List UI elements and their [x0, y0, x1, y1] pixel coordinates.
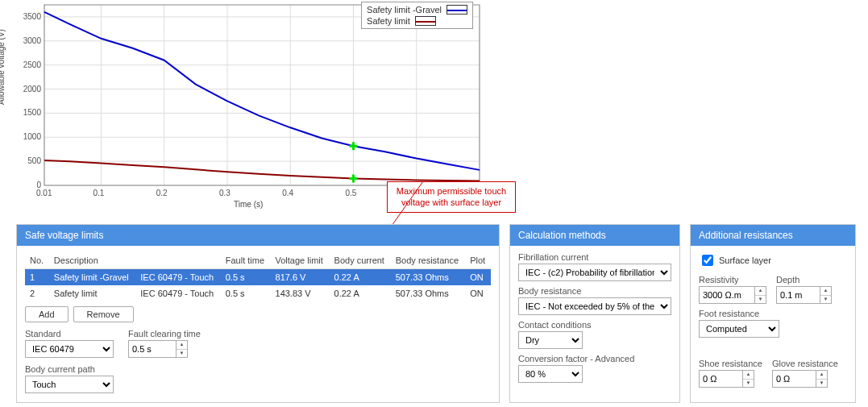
glove-resistance-label: Glove resistance	[772, 359, 838, 368]
annotation-with-surface-layer: Maximum permissible touch voltage with s…	[387, 181, 516, 213]
column-header: Fault time	[221, 252, 271, 269]
body-resistance-select[interactable]: IEC - Not exceeded by 5% of the	[518, 297, 671, 315]
y-tick: 2500	[2, 60, 41, 69]
x-axis-label: Time (s)	[234, 200, 263, 209]
y-tick: 2000	[2, 85, 41, 93]
shoe-resistance-label: Shoe resistance	[699, 359, 762, 368]
y-tick: 1000	[2, 132, 41, 141]
column-header: Body resistance	[391, 252, 465, 269]
column-header: Description	[49, 252, 135, 269]
shoe-resistance-input[interactable]: ▲▼	[699, 370, 762, 388]
y-tick: 3500	[2, 12, 41, 21]
panel-header-safe: Safe voltage limits	[17, 225, 499, 246]
panel-header-calc: Calculation methods	[510, 225, 679, 246]
column-header: Voltage limit	[271, 252, 330, 269]
resistivity-input[interactable]: ▲▼	[699, 286, 766, 304]
glove-resistance-input[interactable]: ▲▼	[772, 370, 838, 388]
conversion-factor-select[interactable]: 80 %	[518, 365, 583, 383]
y-tick: 0	[2, 181, 41, 189]
legend-swatch-red	[415, 16, 436, 26]
column-header: Body current	[330, 252, 391, 269]
foot-resistance-select[interactable]: Computed	[699, 320, 779, 338]
x-tick: 0.1	[93, 189, 104, 197]
chart-legend: Safety limit -Gravel Safety limit	[361, 2, 473, 29]
x-tick: 0.3	[219, 189, 230, 197]
safe-limits-table: No.DescriptionFault timeVoltage limitBod…	[25, 252, 491, 301]
surface-layer-checkbox[interactable]: Surface layer	[699, 252, 771, 268]
column-header	[135, 252, 220, 269]
body-current-path-label: Body current path	[25, 364, 114, 374]
contact-conditions-select[interactable]: Dry	[518, 331, 583, 349]
spinner-down-icon[interactable]: ▼	[177, 350, 187, 358]
fibrillation-current-label: Fibrillation current	[518, 252, 671, 262]
legend-label-1: Safety limit	[367, 16, 410, 26]
fault-clearing-time-input[interactable]: ▲▼	[128, 340, 201, 358]
panel-header-addr: Additional resistances	[691, 225, 855, 246]
y-tick: 500	[2, 156, 41, 165]
x-tick: 0.5	[345, 189, 356, 197]
body-current-path-select[interactable]: Touch	[25, 376, 114, 393]
body-resistance-label: Body resistance	[518, 286, 671, 296]
panel-safe: Safe voltage limitsNo.DescriptionFault t…	[16, 224, 500, 403]
resistivity-label: Resistivity	[699, 275, 766, 284]
column-header: Plot	[465, 252, 491, 269]
fibrillation-current-select[interactable]: IEC - (c2) Probability of fibrillation u…	[518, 264, 671, 281]
foot-resistance-label: Foot resistance	[699, 309, 847, 318]
legend-swatch-blue	[446, 5, 467, 15]
panel-calc: Calculation methodsFibrillation currentI…	[509, 224, 680, 403]
x-tick: 0.4	[282, 189, 293, 197]
fault-clearing-time-label: Fault clearing time	[128, 329, 201, 338]
table-row[interactable]: 2Safety limitIEC 60479 - Touch0.5 s143.8…	[25, 285, 491, 301]
contact-conditions-label: Contact conditions	[518, 320, 671, 330]
table-row[interactable]: 1Safety limit -GravelIEC 60479 - Touch0.…	[25, 269, 491, 286]
standard-label: Standard	[25, 329, 114, 338]
depth-label: Depth	[776, 275, 832, 284]
spinner-up-icon[interactable]: ▲	[177, 341, 187, 350]
y-tick: 3000	[2, 36, 41, 45]
add-button[interactable]: Add	[25, 306, 69, 322]
legend-label-0: Safety limit -Gravel	[367, 5, 442, 15]
depth-input[interactable]: ▲▼	[776, 286, 832, 304]
remove-button[interactable]: Remove	[73, 306, 134, 322]
y-tick: 1500	[2, 108, 41, 117]
x-tick: 0.2	[156, 189, 168, 197]
column-header: No.	[25, 252, 49, 269]
standard-select[interactable]: IEC 60479	[25, 340, 114, 358]
conversion-factor-label: Conversion factor - Advanced	[518, 354, 671, 363]
panel-addr: Additional resistances Surface layerResi…	[690, 224, 856, 403]
x-tick: 0.01	[36, 189, 52, 197]
